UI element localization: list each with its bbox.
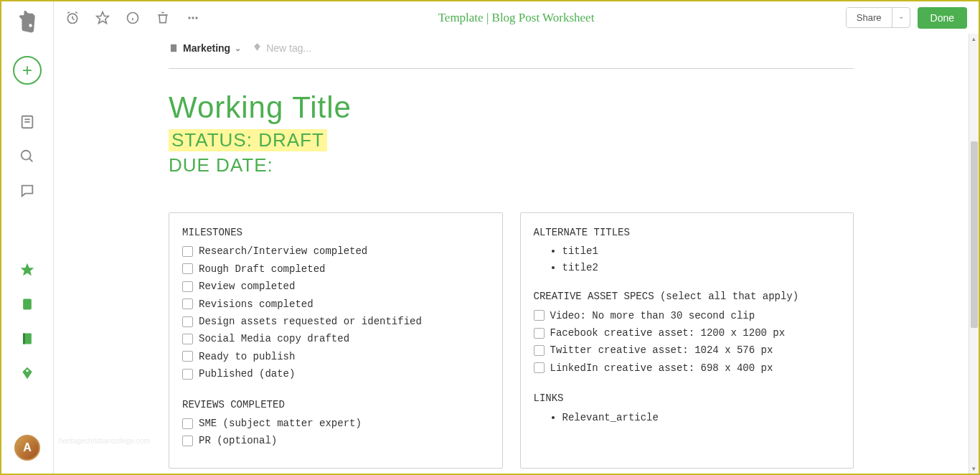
alt-titles-header: ALTERNATE TITLES [534,225,841,240]
checklist-item[interactable]: Design assets requested or identified [182,314,489,329]
assets-card[interactable]: ALTERNATE TITLES title1title2 CREATIVE A… [520,212,854,469]
checkbox[interactable] [534,345,545,356]
svg-point-22 [192,17,194,19]
notebook-name: Marketing [183,42,230,54]
svg-marker-5 [21,263,34,276]
note-title[interactable]: Template | Blog Post Worksheet [438,11,595,25]
notes-icon[interactable] [19,296,36,313]
checkbox[interactable] [182,351,193,362]
checkbox[interactable] [182,246,193,257]
trash-icon[interactable] [156,11,170,25]
checkbox[interactable] [182,298,193,309]
checklist-item[interactable]: Social Media copy drafted [182,331,489,347]
checklist-label: Ready to publish [199,349,295,365]
checklist-label: Research/Interview completed [199,243,367,259]
checklist-item[interactable]: Review completed [182,278,489,294]
checkbox[interactable] [182,436,193,446]
list-item[interactable]: title2 [562,260,841,276]
checklist-item[interactable]: LinkedIn creative asset: 698 x 400 px [534,360,841,376]
checklist-item[interactable]: Revisions completed [182,296,489,312]
evernote-logo-icon[interactable] [14,10,40,36]
checkbox[interactable] [534,310,545,321]
list-item[interactable]: Relevant_article [562,410,841,425]
done-button[interactable]: Done [918,7,967,29]
checklist-item[interactable]: SME (subject matter expert) [182,415,489,431]
checklist-label: Video: No more than 30 second clip [550,308,755,324]
svg-rect-6 [23,299,32,310]
svg-line-12 [72,18,75,19]
checklist-label: Rough Draft completed [199,261,325,277]
checklist-label: Design assets requested or identified [199,314,422,329]
milestones-card[interactable]: MILESTONES Research/Interview completedR… [169,212,503,469]
share-button-group: Share ⌄ [846,7,910,28]
reviews-header: REVIEWS COMPLETED [182,397,489,413]
milestones-header: MILESTONES [182,225,489,240]
due-date-line[interactable]: DUE DATE: [169,154,854,177]
svg-rect-24 [171,44,176,52]
work-chat-icon[interactable] [19,182,36,199]
checklist-label: LinkedIn creative asset: 698 x 400 px [550,360,773,376]
scroll-down-icon[interactable]: ▾ [969,464,979,474]
checklist-label: Twitter creative asset: 1024 x 576 px [550,342,773,358]
favorite-star-icon[interactable] [95,11,110,25]
checkbox[interactable] [182,334,193,344]
specs-header: CREATIVE ASSET SPECS (select all that ap… [534,288,841,304]
checkbox[interactable] [534,362,545,373]
checklist-item[interactable]: Published (date) [182,366,489,382]
shortcuts-icon[interactable] [19,113,36,131]
chevron-down-icon: ⌄ [235,44,241,53]
checklist-item[interactable]: Twitter creative asset: 1024 x 576 px [534,342,841,358]
svg-point-21 [188,17,190,19]
tags-icon[interactable] [19,365,36,382]
checklist-label: Review completed [199,278,295,294]
status-line[interactable]: STATUS: DRAFT [169,129,327,151]
checklist-label: PR (optional) [199,433,277,448]
list-item[interactable]: title1 [562,243,841,259]
checkbox[interactable] [182,418,193,429]
checkbox[interactable] [182,316,193,327]
checklist-item[interactable]: Facebook creative asset: 1200 x 1200 px [534,325,841,341]
checkbox[interactable] [534,328,545,339]
note-body[interactable]: Marketing ⌄ New tag... Working Title STA… [54,34,969,474]
new-tag-placeholder: New tag... [266,42,311,54]
svg-line-14 [75,11,77,13]
checkbox[interactable] [182,369,193,380]
svg-rect-8 [23,334,25,344]
topbar: Template | Blog Post Worksheet Share ⌄ D… [54,1,979,34]
info-icon[interactable] [126,11,140,25]
share-dropdown[interactable]: ⌄ [892,8,910,27]
svg-marker-15 [97,11,109,23]
svg-line-13 [67,11,70,13]
notebook-selector[interactable]: Marketing ⌄ [169,42,241,54]
star-icon[interactable] [19,261,36,278]
notebook-icon [169,43,179,53]
checklist-item[interactable]: PR (optional) [182,433,489,448]
checkbox[interactable] [182,263,193,274]
svg-point-23 [195,17,197,19]
checklist-item[interactable]: Ready to publish [182,349,489,365]
scroll-thumb[interactable] [971,141,978,328]
notebooks-icon[interactable] [19,330,36,347]
scrollbar[interactable]: ▴ ▾ [969,34,979,474]
checklist-label: Social Media copy drafted [199,331,349,347]
working-title-heading[interactable]: Working Title [169,90,854,125]
svg-point-3 [22,151,31,160]
scroll-up-icon[interactable]: ▴ [969,34,979,44]
checklist-label: Facebook creative asset: 1200 x 1200 px [550,325,786,341]
checklist-label: Revisions completed [199,296,314,312]
links-header: LINKS [534,390,841,406]
reminder-icon[interactable] [65,11,80,25]
more-icon[interactable] [186,11,200,25]
checklist-item[interactable]: Research/Interview completed [182,243,489,259]
checkbox[interactable] [182,281,193,292]
svg-line-4 [29,159,33,162]
new-tag-input[interactable]: New tag... [253,42,311,54]
checklist-item[interactable]: Video: No more than 30 second clip [534,308,841,324]
new-note-button[interactable]: + [13,56,42,85]
search-icon[interactable] [19,148,36,165]
tag-icon [253,42,262,54]
checklist-label: Published (date) [199,366,295,382]
share-button[interactable]: Share [847,8,892,27]
checklist-item[interactable]: Rough Draft completed [182,261,489,277]
user-avatar[interactable]: A [14,435,40,461]
